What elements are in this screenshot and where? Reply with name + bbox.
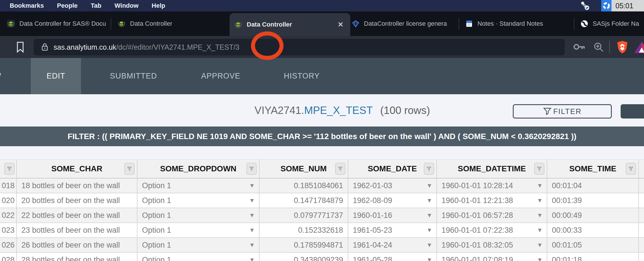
dropdown-arrow-icon[interactable]: ▼ <box>537 242 543 248</box>
cell-some-date[interactable]: 1961-04-24▼ <box>348 238 436 253</box>
cell-some-datetime[interactable]: 1960-01-01 12:21:38▼ <box>436 193 547 208</box>
cell-id[interactable]: 020 <box>0 193 16 208</box>
column-filter-button[interactable] <box>4 163 15 175</box>
menu-window[interactable]: Window <box>114 2 138 9</box>
dropdown-arrow-icon[interactable]: ▼ <box>249 212 255 219</box>
action-button-clipped[interactable] <box>621 104 644 119</box>
dropdown-arrow-icon[interactable]: ▼ <box>249 242 255 248</box>
cell-some-date[interactable]: 1962-08-09▼ <box>348 193 436 208</box>
menu-people[interactable]: People <box>57 2 78 9</box>
dropdown-arrow-icon[interactable]: ▼ <box>426 197 432 204</box>
nav-tab-edit[interactable]: EDIT <box>31 58 81 94</box>
cell-some-time[interactable]: 00:01:39 <box>547 193 638 208</box>
cell-some-datetime[interactable]: 1960-01-01 08:32:05▼ <box>436 238 547 253</box>
bookmark-icon[interactable] <box>15 41 25 54</box>
browser-tab-sasjs[interactable]: SASjs Folder Na <box>576 11 644 36</box>
dropdown-arrow-icon[interactable]: ▼ <box>426 212 432 219</box>
cell-some-time[interactable]: 00:00:33 <box>547 223 638 238</box>
cell-some-time[interactable]: 00:01:18 <box>547 253 638 261</box>
lock-icon[interactable] <box>41 43 48 52</box>
menu-help[interactable]: Help <box>152 2 165 9</box>
title-table-name[interactable]: MPE_X_TEST <box>304 105 373 117</box>
cell-some-num[interactable]: 0.1785994871 <box>259 238 348 253</box>
dropdown-arrow-icon[interactable]: ▼ <box>537 197 543 204</box>
filter-button[interactable]: FILTER <box>513 104 612 119</box>
column-filter-button[interactable] <box>626 163 636 175</box>
cell-id[interactable]: 018 <box>0 178 16 193</box>
cell-id[interactable]: 022 <box>0 208 16 223</box>
cell-some-char[interactable]: 23 bottles of beer on the wall <box>16 223 137 238</box>
nav-tab-approve[interactable]: APPROVE <box>192 58 250 94</box>
brave-shield-icon[interactable] <box>615 40 629 55</box>
browser-tab-license[interactable]: DataController license genera <box>347 11 461 36</box>
cell-some-time[interactable]: 00:00:49 <box>547 208 638 223</box>
cell-some-date[interactable]: 1960-01-16▼ <box>348 208 436 223</box>
cell-some-dropdown[interactable]: Option 1▼ <box>137 208 259 223</box>
column-label[interactable]: SOME_DATETIME <box>458 164 526 173</box>
nav-tab-history[interactable]: HISTORY <box>276 58 328 94</box>
cell-some-char[interactable]: 28 bottles of beer on the wall <box>16 253 137 261</box>
browser-tab-dc-docs[interactable]: Data Controller for SAS® Docu <box>2 11 113 36</box>
cell-id[interactable]: 026 <box>0 238 16 253</box>
cell-some-dropdown[interactable]: Option 1▼ <box>137 253 259 261</box>
cell-some-num[interactable]: 0.0797771737 <box>259 208 348 223</box>
cell-some-dropdown[interactable]: Option 1▼ <box>137 223 259 238</box>
cell-some-dropdown[interactable]: Option 1▼ <box>137 178 259 193</box>
cell-some-char[interactable]: 20 bottles of beer on the wall <box>16 193 137 208</box>
dropdown-arrow-icon[interactable]: ▼ <box>249 256 255 261</box>
dropdown-arrow-icon[interactable]: ▼ <box>426 182 432 189</box>
cell-some-datetime[interactable]: 1960-01-01 07:22:38▼ <box>436 223 547 238</box>
dropdown-arrow-icon[interactable]: ▼ <box>537 182 543 189</box>
cell-some-date[interactable]: 1962-01-03▼ <box>348 178 436 193</box>
cell-some-char[interactable]: 22 bottles of beer on the wall <box>16 208 137 223</box>
cell-id[interactable]: 023 <box>0 223 16 238</box>
cell-some-datetime[interactable]: 1960-01-01 06:57:28▼ <box>436 208 547 223</box>
dropdown-arrow-icon[interactable]: ▼ <box>537 227 543 234</box>
cell-some-datetime[interactable]: 1960-01-01 10:28:14▼ <box>436 178 547 193</box>
browser-tab-dc-active[interactable]: Data Controller ✕ <box>230 13 350 36</box>
column-filter-button[interactable] <box>424 163 434 175</box>
menu-tab[interactable]: Tab <box>91 2 101 9</box>
cell-some-time[interactable]: 00:01:05 <box>547 238 638 253</box>
cell-some-num[interactable]: 0.1851084061 <box>259 178 348 193</box>
dropdown-arrow-icon[interactable]: ▼ <box>537 212 543 219</box>
column-label[interactable]: SOME_CHAR <box>51 164 102 173</box>
dropdown-arrow-icon[interactable]: ▼ <box>249 197 255 204</box>
cell-some-char[interactable]: 18 bottles of beer on the wall <box>16 178 137 193</box>
column-filter-button[interactable] <box>534 163 544 175</box>
column-label[interactable]: SOME_DATE <box>368 164 417 173</box>
cell-some-dropdown[interactable]: Option 1▼ <box>137 238 259 253</box>
cell-some-date[interactable]: 1961-05-28▼ <box>348 253 436 261</box>
cell-some-time[interactable]: 00:01:04 <box>547 178 638 193</box>
dropdown-arrow-icon[interactable]: ▼ <box>426 242 432 248</box>
cell-some-char[interactable]: 26 bottles of beer on the wall <box>16 238 137 253</box>
cell-some-num[interactable]: 0.152332618 <box>259 223 348 238</box>
browser-tab-dc-2[interactable]: Data Controller <box>113 11 230 36</box>
password-key-icon[interactable] <box>573 41 586 54</box>
dropdown-arrow-icon[interactable]: ▼ <box>249 227 255 234</box>
dropdown-arrow-icon[interactable]: ▼ <box>249 182 255 189</box>
url-bar[interactable]: sas.analytium.co.uk/dc/#/editor/VIYA2741… <box>34 39 565 55</box>
column-filter-button[interactable] <box>335 163 345 175</box>
tab-close-icon[interactable]: ✕ <box>336 20 345 29</box>
cell-some-dropdown[interactable]: Option 1▼ <box>137 193 259 208</box>
column-label[interactable]: SOME_NUM <box>281 164 327 173</box>
nav-tab-submitted[interactable]: SUBMITTED <box>100 58 167 94</box>
column-filter-button[interactable] <box>124 163 135 175</box>
bat-triangle-icon[interactable] <box>634 41 644 55</box>
cell-some-num[interactable]: 0.1471784879 <box>259 193 348 208</box>
dropdown-arrow-icon[interactable]: ▼ <box>426 227 432 234</box>
browser-tab-notes[interactable]: Notes · Standard Notes <box>461 11 577 36</box>
nav-clipped-tab[interactable]: W <box>0 58 1 94</box>
cell-some-date[interactable]: 1961-05-23▼ <box>348 223 436 238</box>
dropdown-arrow-icon[interactable]: ▼ <box>537 256 543 261</box>
cell-id[interactable]: 028 <box>0 253 16 261</box>
zoom-in-icon[interactable] <box>593 41 605 54</box>
dropdown-arrow-icon[interactable]: ▼ <box>426 256 432 261</box>
column-filter-button[interactable] <box>246 163 257 175</box>
column-label[interactable]: SOME_TIME <box>569 164 616 173</box>
cell-some-datetime[interactable]: 1960-01-01 07:08:19▼ <box>436 253 547 261</box>
cell-some-num[interactable]: 0.3438009239 <box>259 253 348 261</box>
menu-bookmarks[interactable]: Bookmarks <box>10 2 44 9</box>
share-check-icon[interactable] <box>580 1 590 11</box>
